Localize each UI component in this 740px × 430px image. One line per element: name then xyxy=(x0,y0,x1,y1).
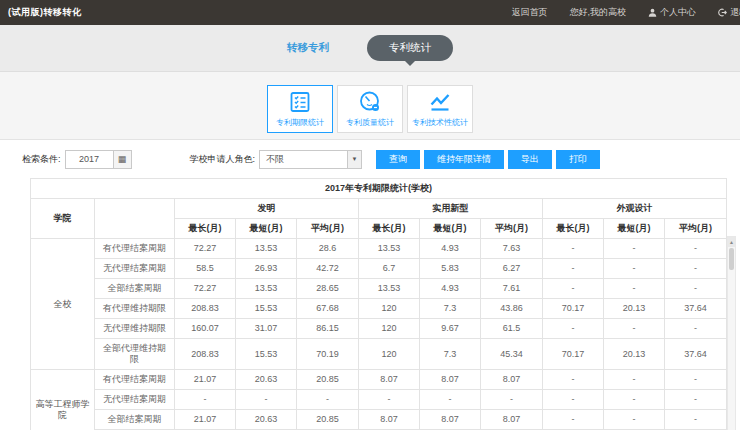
value-cell: 20.63 xyxy=(236,410,297,430)
nav-item-patent-statistics[interactable]: 专利统计 xyxy=(367,35,453,61)
value-cell: 58.5 xyxy=(175,259,236,279)
value-cell: - xyxy=(359,390,420,410)
value-cell: 20.85 xyxy=(297,410,359,430)
value-cell: 13.53 xyxy=(359,279,420,299)
scroll-up-icon[interactable]: ▲ xyxy=(728,237,735,247)
subheader-min: 最短(月) xyxy=(604,219,665,239)
value-cell: 20.63 xyxy=(236,370,297,390)
calendar-icon[interactable]: ▦ xyxy=(113,150,132,169)
search-condition-label: 检索条件: xyxy=(22,153,61,166)
filter-bar: 检索条件: ▦ 学校申请人角色: 不限 ▼ 查询 维持年限详情 导出 打印 xyxy=(0,140,740,178)
top-links: 返回首页 您好,我的高校 个人中心 退出 xyxy=(500,0,740,25)
query-button[interactable]: 查询 xyxy=(376,150,420,169)
value-cell: 72.27 xyxy=(175,279,236,299)
my-school-link-label: 您好,我的高校 xyxy=(569,6,626,19)
value-cell: 9.67 xyxy=(420,319,481,339)
value-cell: 70.17 xyxy=(543,299,604,319)
group-header-invention: 发明 xyxy=(175,199,359,219)
metric-cell: 有代理结案周期 xyxy=(95,239,175,259)
value-cell: 120 xyxy=(359,299,420,319)
value-cell: 20.13 xyxy=(604,339,665,370)
metric-cell: 无代理结案周期 xyxy=(95,390,175,410)
tab-patent-technical-label: 专利技术性统计 xyxy=(412,117,468,128)
year-input[interactable] xyxy=(65,150,113,169)
value-cell: - xyxy=(236,390,297,410)
personal-center-link[interactable]: 个人中心 xyxy=(637,6,707,19)
value-cell: - xyxy=(543,390,604,410)
app-title: (试用版)转移转化 xyxy=(8,6,82,19)
value-cell: 160.07 xyxy=(175,319,236,339)
value-cell: 21.07 xyxy=(175,410,236,430)
value-cell: 72.27 xyxy=(175,239,236,259)
value-cell: 7.61 xyxy=(481,279,543,299)
value-cell: - xyxy=(665,259,727,279)
value-cell: 7.3 xyxy=(420,339,481,370)
scrollbar-thumb[interactable] xyxy=(729,248,734,270)
value-cell: 61.5 xyxy=(481,319,543,339)
subheader-avg: 平均(月) xyxy=(481,219,543,239)
maintenance-years-detail-button[interactable]: 维持年限详情 xyxy=(424,150,504,169)
value-cell: 28.65 xyxy=(297,279,359,299)
metric-cell: 无代理维持期限 xyxy=(95,319,175,339)
value-cell: 4.93 xyxy=(420,239,481,259)
statistics-table-container: 2017年专利期限统计(学校) 学院 发明 实用新型 外观设计 最长(月) 最短… xyxy=(30,178,728,430)
value-cell: 8.07 xyxy=(420,410,481,430)
quality-gauge-icon xyxy=(358,90,382,114)
subheader-max: 最长(月) xyxy=(543,219,604,239)
value-cell: 20.85 xyxy=(297,370,359,390)
value-cell: - xyxy=(665,239,727,259)
export-button[interactable]: 导出 xyxy=(508,150,552,169)
table-row: 全部结案周期21.0720.6320.858.078.078.07--- xyxy=(31,410,727,430)
value-cell: 15.53 xyxy=(236,299,297,319)
value-cell: 7.3 xyxy=(420,299,481,319)
subheader-avg: 平均(月) xyxy=(665,219,727,239)
statistics-tab-strip: 专利期限统计 专利质量统计 专利技术性统计 xyxy=(0,72,740,140)
user-icon xyxy=(648,8,657,17)
nav-item-transfer-patent[interactable]: 转移专利 xyxy=(287,41,329,55)
chevron-down-icon[interactable]: ▼ xyxy=(347,150,362,169)
table-row: 有代理维持期限208.8315.5367.681207.343.8670.172… xyxy=(31,299,727,319)
secondary-nav: 转移专利 专利统计 xyxy=(0,25,740,72)
college-column-header: 学院 xyxy=(31,199,95,239)
value-cell: - xyxy=(604,239,665,259)
home-link[interactable]: 返回首页 xyxy=(500,6,558,19)
applicant-role-select[interactable]: 不限 ▼ xyxy=(259,150,362,169)
value-cell: 8.07 xyxy=(420,370,481,390)
tab-patent-term-statistics[interactable]: 专利期限统计 xyxy=(267,85,333,133)
logout-label: 退出 xyxy=(730,6,740,19)
value-cell: 208.83 xyxy=(175,299,236,319)
value-cell: - xyxy=(543,259,604,279)
tab-patent-quality-statistics[interactable]: 专利质量统计 xyxy=(337,85,403,133)
table-row: 无代理结案周期--------- xyxy=(31,390,727,410)
metric-cell: 无代理结案周期 xyxy=(95,259,175,279)
table-scrollbar[interactable]: ▲ xyxy=(727,236,736,430)
table-title: 2017年专利期限统计(学校) xyxy=(31,179,727,199)
value-cell: 43.86 xyxy=(481,299,543,319)
value-cell: - xyxy=(604,410,665,430)
value-cell: 6.27 xyxy=(481,259,543,279)
tab-patent-technical-statistics[interactable]: 专利技术性统计 xyxy=(407,85,473,133)
subheader-max: 最长(月) xyxy=(359,219,420,239)
group-header-utility-model: 实用新型 xyxy=(359,199,543,219)
subheader-min: 最短(月) xyxy=(236,219,297,239)
metric-cell: 全部结案周期 xyxy=(95,410,175,430)
value-cell: 70.17 xyxy=(543,339,604,370)
value-cell: 37.64 xyxy=(665,339,727,370)
home-link-label: 返回首页 xyxy=(511,6,547,19)
patent-term-statistics-table: 2017年专利期限统计(学校) 学院 发明 实用新型 外观设计 最长(月) 最短… xyxy=(30,178,727,430)
value-cell: 21.07 xyxy=(175,370,236,390)
value-cell: 42.72 xyxy=(297,259,359,279)
tab-patent-quality-label: 专利质量统计 xyxy=(346,117,394,128)
value-cell: 8.07 xyxy=(359,370,420,390)
logout-link[interactable]: 退出 xyxy=(707,6,740,19)
print-button[interactable]: 打印 xyxy=(556,150,600,169)
table-row: 高等工程师学院有代理结案周期21.0720.6320.858.078.078.0… xyxy=(31,370,727,390)
tab-patent-term-label: 专利期限统计 xyxy=(276,117,324,128)
value-cell: - xyxy=(665,279,727,299)
table-group-header-row: 学院 发明 实用新型 外观设计 xyxy=(31,199,727,219)
nav-item-patent-statistics-label: 专利统计 xyxy=(389,41,431,53)
my-school-link[interactable]: 您好,我的高校 xyxy=(558,6,637,19)
line-chart-icon xyxy=(428,90,452,114)
table-row: 全部代理维持期限208.8315.5370.191207.345.3470.17… xyxy=(31,339,727,370)
value-cell: 208.83 xyxy=(175,339,236,370)
